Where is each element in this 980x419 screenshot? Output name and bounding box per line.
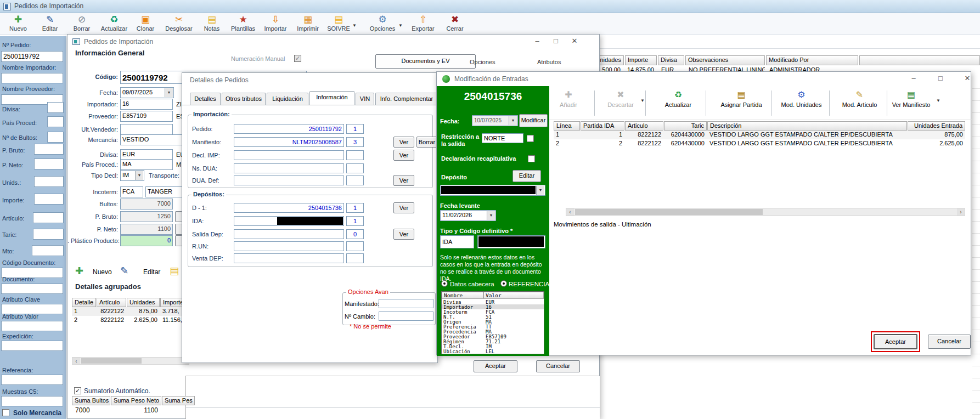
nombre-importador-input[interactable] — [1, 73, 63, 83]
column-header[interactable]: Valor — [483, 292, 544, 299]
numeracion-manual-checkbox[interactable]: ✓ — [294, 55, 301, 62]
table-row[interactable]: IncotermFCA — [442, 309, 544, 314]
pais-proced-input[interactable]: MA — [120, 159, 173, 170]
proveedor-input[interactable]: E857109 — [120, 111, 173, 122]
column-header[interactable]: Nombre — [442, 292, 483, 299]
descartar-dropdown-icon[interactable]: ▼ — [640, 98, 645, 103]
expedicion-input[interactable] — [1, 341, 63, 351]
atributo-valor-input[interactable] — [1, 321, 63, 331]
maximize-icon[interactable]: □ — [548, 37, 564, 47]
column-header[interactable]: Observaciones — [685, 55, 765, 65]
table-row[interactable]: Importador16 — [442, 304, 544, 309]
toolbar-button-actualizar[interactable]: ♻Actualizar — [654, 89, 703, 108]
plastico-producto-input[interactable]: 0 — [120, 235, 173, 246]
edit-detail-icon[interactable]: ✎ — [120, 265, 128, 277]
table-row[interactable]: N.T.51 — [442, 314, 544, 319]
column-header[interactable]: Unidades — [127, 298, 160, 307]
divisa-input[interactable] — [47, 102, 64, 113]
decl-imp-input[interactable] — [234, 150, 344, 160]
importador-input[interactable]: 16 — [120, 99, 173, 110]
fecha-combo[interactable]: 10/07/2025▼ — [472, 115, 518, 126]
toolbar-button-opciones[interactable]: ⚙Opciones — [367, 14, 398, 35]
tipo-decl-combo[interactable]: IM▼ — [120, 170, 144, 181]
table-row[interactable]: 2 2 8222122 6204430000 VESTIDO LARGO GGT… — [554, 139, 965, 148]
d1-input[interactable]: 2504015736 — [234, 203, 344, 213]
d1-count-input[interactable]: 1 — [346, 203, 364, 213]
table-row[interactable]: ProcedenciaMA — [442, 329, 544, 334]
minimize-icon[interactable]: – — [905, 74, 922, 84]
tab-atributos[interactable]: Atributos — [537, 59, 561, 65]
toolbar-button-soivre[interactable]: ▤SOIVRE — [323, 14, 354, 35]
p-neto-input[interactable]: 1100 — [120, 224, 173, 235]
toolbar-button-plantillas[interactable]: ★Plantillas — [227, 14, 259, 35]
ns-dua-count-input[interactable] — [346, 163, 364, 173]
tab-info-complementaria[interactable]: Info. Complementar — [375, 93, 438, 105]
toolbar-button-mod-unidades[interactable]: ⚙Mod. Unidades — [775, 89, 827, 108]
pedido-count-input[interactable]: 1 — [346, 124, 364, 134]
toolbar-button-exportar[interactable]: ⇧Exportar — [407, 14, 439, 35]
toolbar-button-importar[interactable]: ⇩Importar — [260, 14, 291, 35]
incoterm-input[interactable]: FCA — [120, 186, 143, 197]
salida-dep-ver-button[interactable]: Ver — [393, 229, 414, 240]
num-pedido-input[interactable]: 2500119792 — [1, 51, 63, 62]
declaracion-checkbox[interactable] — [528, 155, 535, 162]
column-header[interactable]: Divisa — [658, 55, 684, 65]
column-header[interactable]: Importe — [625, 55, 657, 65]
nuevo-detalle-label[interactable]: Nuevo — [93, 268, 112, 276]
table-row[interactable]: DivisaEUR — [442, 299, 544, 304]
tab-documentos-ev[interactable]: Documentos y EV — [375, 54, 476, 69]
taric-input[interactable] — [33, 229, 64, 240]
column-header[interactable]: Suma Peso Neto — [111, 396, 161, 405]
tab-otros-tributos[interactable]: Otros tributos — [222, 93, 266, 105]
editar-detalle-label[interactable]: Editar — [143, 268, 160, 276]
toolbar-button-nuevo[interactable]: ✚Nuevo — [2, 14, 34, 35]
extra-detail-icon[interactable]: ▤ — [170, 265, 179, 277]
sumatorio-checkbox[interactable]: ✓ — [74, 387, 81, 394]
scrollbar-thumb[interactable] — [575, 209, 763, 215]
toolbar-button-asignar-partida[interactable]: ▤Asignar Partida — [714, 89, 769, 108]
datos-cabecera-radio[interactable] — [441, 280, 448, 287]
horizontal-scrollbar[interactable]: ‹ — [72, 357, 189, 365]
pedido-aceptar-button[interactable]: Aceptar — [474, 360, 517, 372]
toolbar-button-notas[interactable]: ▤Notas — [196, 14, 228, 35]
table-row[interactable]: 1 1 8222122 6204430000 VESTIDO LARGO GGT… — [554, 131, 965, 139]
dua-def-input[interactable] — [234, 175, 344, 185]
entradas-aceptar-button[interactable]: Aceptar — [874, 334, 917, 349]
soivre-dropdown-icon[interactable]: ▼ — [352, 23, 357, 28]
scroll-left-icon[interactable]: ‹ — [72, 358, 80, 364]
entradas-cancelar-button[interactable]: Cancelar — [928, 335, 971, 349]
close-icon[interactable]: ✕ — [566, 37, 583, 47]
d1-ver-button[interactable]: Ver — [393, 202, 414, 213]
referencia-radio[interactable] — [500, 280, 507, 287]
column-header[interactable]: Línea — [554, 121, 580, 131]
scroll-left-icon[interactable]: ‹ — [566, 208, 574, 216]
column-header[interactable]: Descripción — [707, 121, 907, 131]
close-icon[interactable]: ✕ — [959, 74, 976, 84]
horizontal-scrollbar[interactable]: ‹ › — [566, 208, 965, 216]
unids-input[interactable] — [34, 176, 64, 187]
column-header[interactable]: Partida IDA — [581, 121, 624, 131]
toolbar-button-borrar[interactable]: ⊘Borrar — [66, 14, 98, 35]
table-row[interactable]: PreferenciaTT — [442, 324, 544, 329]
chevron-down-icon[interactable]: ▼ — [135, 171, 143, 180]
manifiesto-ver-button[interactable]: Ver — [393, 137, 414, 148]
toolbar-button-cerrar[interactable]: ✖Cerrar — [439, 14, 471, 35]
manifestado-input[interactable] — [379, 299, 433, 308]
p-neto-input[interactable] — [34, 158, 64, 169]
scroll-right-icon[interactable]: › — [957, 208, 965, 216]
column-header[interactable]: Detalle — [72, 298, 96, 307]
fecha-combo[interactable]: 09/07/2025▼ — [120, 87, 174, 98]
manifiesto-input[interactable]: NLTM2025008587 — [234, 137, 344, 147]
toolbar-button-desglosar[interactable]: ✂Desglosar — [163, 14, 195, 35]
column-header[interactable]: Suma Bultos — [72, 396, 110, 405]
tab-detalles[interactable]: Detalles — [190, 93, 221, 105]
venta-dep-count-input[interactable] — [346, 253, 364, 263]
column-header[interactable]: Artículo — [97, 298, 126, 307]
articulo-input[interactable] — [33, 212, 64, 223]
codigo-definitivo-input[interactable] — [477, 235, 545, 248]
modificar-button[interactable]: Modificar — [519, 114, 548, 127]
muestras-c5-input[interactable] — [1, 396, 63, 406]
restriccion-checkbox[interactable] — [527, 135, 534, 142]
manifiesto-count-input[interactable]: 3 — [346, 137, 364, 147]
ida-count-input[interactable]: 1 — [346, 216, 364, 226]
